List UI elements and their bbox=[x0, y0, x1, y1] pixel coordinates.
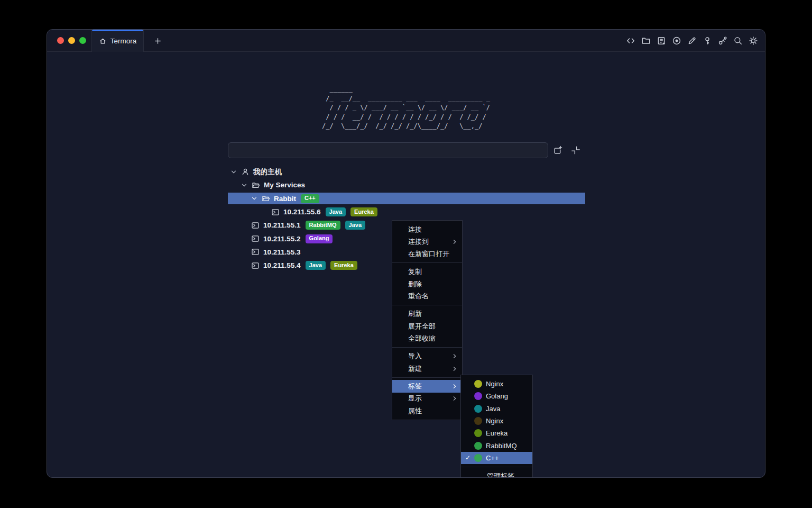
chevron-right-icon bbox=[452, 239, 457, 244]
host-filter-input[interactable] bbox=[228, 142, 548, 158]
chevron-right-icon bbox=[452, 366, 457, 371]
terminal-icon bbox=[251, 248, 260, 257]
tag-badge: Golang bbox=[306, 234, 333, 243]
terminal-icon bbox=[251, 234, 260, 243]
tag-option-rabbitmq[interactable]: RabbitMQ bbox=[461, 439, 532, 451]
user-icon bbox=[241, 167, 250, 176]
menu-item-new[interactable]: 新建 bbox=[392, 362, 462, 375]
tag-color-dot bbox=[474, 392, 482, 400]
menu-item-expand-all[interactable]: 展开全部 bbox=[392, 320, 462, 332]
context-menu: 连接 连接到 在新窗口打开 复制 删除 重命名 刷新 展开全部 全部收缩 导入 … bbox=[392, 220, 463, 420]
tree-item-my-hosts[interactable]: 我的主机 bbox=[47, 165, 765, 178]
tree-item-label: 我的主机 bbox=[253, 167, 282, 177]
open-folder-icon bbox=[261, 194, 270, 203]
menu-item-delete[interactable]: 删除 bbox=[392, 278, 462, 290]
chevron-down-icon[interactable] bbox=[230, 168, 237, 176]
menu-item-display[interactable]: 显示 bbox=[392, 393, 462, 405]
search-icon[interactable] bbox=[733, 36, 743, 46]
menu-item-open-in-new-window[interactable]: 在新窗口打开 bbox=[392, 248, 462, 260]
edit-icon[interactable] bbox=[687, 36, 697, 46]
tree-item-label: Rabbit bbox=[274, 195, 296, 203]
toolbar bbox=[626, 30, 758, 52]
terminal-icon bbox=[251, 261, 260, 270]
tree-item-host-10-211-55-6[interactable]: 10.211.55.6 Java Eureka bbox=[47, 205, 765, 219]
tag-option-java[interactable]: Java bbox=[461, 403, 532, 415]
tag-option-nginx-2[interactable]: Nginx bbox=[461, 415, 532, 427]
menu-item-rename[interactable]: 重命名 bbox=[392, 290, 462, 302]
tag-color-dot bbox=[474, 417, 482, 425]
tag-color-dot bbox=[474, 405, 482, 413]
chevron-down-icon[interactable] bbox=[251, 195, 258, 202]
home-icon bbox=[99, 37, 107, 45]
chevron-right-icon bbox=[452, 396, 457, 401]
menu-item-import[interactable]: 导入 bbox=[392, 350, 462, 362]
log-icon[interactable] bbox=[657, 36, 666, 46]
tag-badge: Java bbox=[345, 221, 365, 230]
tag-option-eureka[interactable]: Eureka bbox=[461, 427, 532, 439]
add-host-icon[interactable] bbox=[552, 144, 564, 156]
tag-color-dot bbox=[474, 380, 482, 388]
tree-item-label: 10.211.55.2 bbox=[263, 235, 301, 243]
tag-badge: Eureka bbox=[350, 207, 377, 216]
folder-icon[interactable] bbox=[641, 36, 651, 46]
tab-bar: Termora bbox=[47, 30, 765, 52]
chevron-right-icon bbox=[452, 353, 457, 359]
menu-item-tags[interactable]: 标签 bbox=[392, 380, 462, 392]
tag-color-dot bbox=[474, 442, 482, 450]
tag-color-dot bbox=[474, 454, 482, 462]
key-icon[interactable] bbox=[703, 36, 712, 46]
tag-badge: C++ bbox=[301, 194, 319, 203]
menu-separator bbox=[392, 305, 462, 305]
zoom-window-button[interactable] bbox=[79, 37, 86, 44]
terminal-icon bbox=[251, 221, 260, 230]
tag-option-cpp[interactable]: ✓ C++ bbox=[461, 452, 532, 464]
tree-item-label: 10.211.55.4 bbox=[263, 261, 301, 269]
minimize-window-button[interactable] bbox=[68, 37, 75, 44]
tag-badge: Java bbox=[306, 261, 326, 270]
menu-item-copy[interactable]: 复制 bbox=[392, 266, 462, 278]
menu-item-properties[interactable]: 属性 bbox=[392, 405, 462, 417]
menu-item-manage-tags[interactable]: 管理标签 bbox=[461, 469, 532, 478]
tab-label: Termora bbox=[110, 37, 137, 45]
main-content: ______ /_ __/__ _________ ___ ____ _____… bbox=[47, 52, 765, 477]
tag-badge: Eureka bbox=[330, 261, 357, 270]
tag-color-dot bbox=[474, 429, 482, 437]
check-icon: ✓ bbox=[465, 454, 474, 461]
code-icon[interactable] bbox=[626, 36, 635, 46]
tree-item-my-services[interactable]: My Services bbox=[47, 178, 765, 192]
tag-badge: Java bbox=[326, 207, 346, 216]
chevron-down-icon[interactable] bbox=[241, 182, 248, 189]
settings-icon[interactable] bbox=[749, 36, 758, 46]
record-icon[interactable] bbox=[672, 36, 681, 46]
terminal-icon bbox=[271, 207, 280, 216]
tree-item-label: My Services bbox=[264, 181, 305, 189]
ascii-logo: ______ /_ __/__ _________ ___ ____ _____… bbox=[322, 85, 490, 131]
chevron-right-icon bbox=[452, 384, 457, 389]
menu-item-connect-to[interactable]: 连接到 bbox=[392, 235, 462, 248]
tags-submenu: Nginx Golang Java Nginx Eureka Rabb bbox=[460, 375, 533, 478]
tab-termora[interactable]: Termora bbox=[91, 30, 144, 52]
tree-item-label: 10.211.55.1 bbox=[263, 221, 301, 229]
menu-separator bbox=[392, 347, 462, 348]
active-tab-accent bbox=[92, 30, 143, 31]
tag-badge: RabbitMQ bbox=[306, 221, 340, 230]
menu-separator bbox=[392, 262, 462, 263]
menu-item-refresh[interactable]: 刷新 bbox=[392, 308, 462, 320]
collapse-layout-icon[interactable] bbox=[570, 144, 582, 156]
keychain-icon[interactable] bbox=[718, 36, 727, 46]
menu-item-collapse-all[interactable]: 全部收缩 bbox=[392, 332, 462, 344]
menu-separator bbox=[461, 467, 532, 467]
open-folder-icon bbox=[251, 180, 260, 189]
traffic-lights bbox=[57, 37, 86, 44]
new-tab-button[interactable] bbox=[151, 34, 164, 47]
tree-item-label: 10.211.55.6 bbox=[283, 208, 321, 216]
termora-window: Termora bbox=[47, 29, 765, 478]
menu-item-connect[interactable]: 连接 bbox=[392, 223, 462, 235]
close-window-button[interactable] bbox=[57, 37, 64, 44]
menu-separator bbox=[392, 377, 462, 378]
tag-option-nginx-1[interactable]: Nginx bbox=[461, 378, 532, 390]
tree-item-label: 10.211.55.3 bbox=[263, 248, 301, 256]
tree-item-rabbit[interactable]: Rabbit C++ bbox=[47, 192, 765, 205]
tag-option-golang[interactable]: Golang bbox=[461, 390, 532, 402]
